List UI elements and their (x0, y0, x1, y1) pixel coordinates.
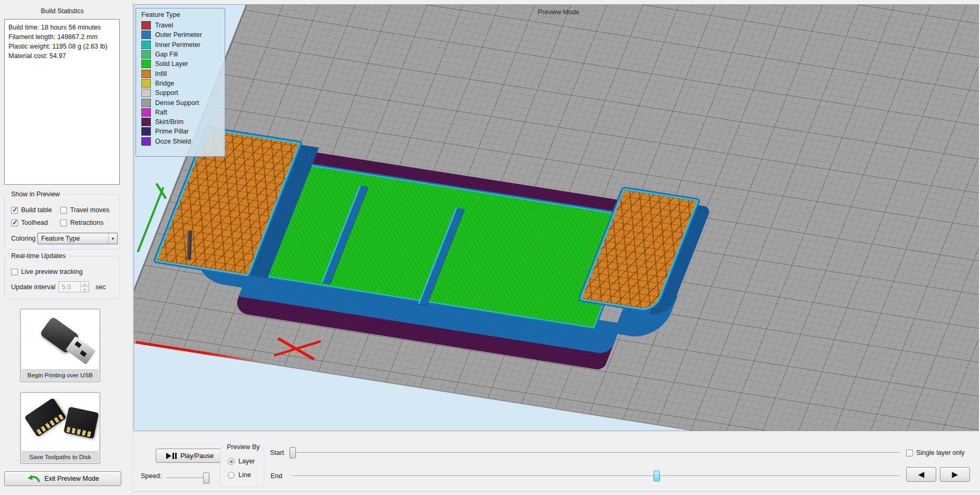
exit-button-label: Exit Preview Mode (44, 475, 99, 482)
legend-color-chip (141, 21, 151, 30)
play-pause-button[interactable]: Play/Pause (156, 449, 224, 463)
legend-item: Inner Perimeter (141, 40, 225, 50)
check-icon: ✓ (12, 206, 18, 214)
feature-type-legend: Feature Type TravelOuter PerimeterInner … (136, 8, 225, 157)
legend-item: Support (141, 88, 225, 98)
build-statistics-title: Build Statistics (0, 7, 124, 15)
travel-moves-checkbox[interactable]: ✓ Travel moves (60, 206, 110, 214)
chevron-down-icon: ▼ (108, 233, 117, 244)
preview-by-layer-radio[interactable]: Layer (228, 458, 255, 465)
sd-button-caption: Save Toolpaths to Disk (22, 451, 99, 462)
legend-item: Solid Layer (141, 59, 225, 69)
preview-by-title: Preview By (225, 443, 262, 451)
legend-color-chip (141, 41, 151, 49)
save-toolpaths-button[interactable]: Save Toolpaths to Disk (20, 392, 100, 464)
sidebar-panel: Build Statistics Build time: 18 hours 56… (0, 0, 133, 495)
legend-item-label: Skirt/Brim (155, 118, 184, 126)
show-in-preview-group: Show in Preview ✓ Build table ✓ Travel m… (4, 194, 120, 250)
build-statistics-box: Build time: 18 hours 56 minutes Filament… (4, 19, 120, 185)
legend-color-chip (141, 137, 151, 146)
retractions-checkbox[interactable]: ✓ Retractions (60, 219, 103, 226)
sd-card-icon (24, 397, 66, 437)
stat-filament-length: Filament length: 149867.2 mm (8, 32, 116, 42)
toolhead-checkbox[interactable]: ✓ Toolhead (11, 219, 48, 226)
legend-color-chip (141, 50, 151, 59)
usb-connector-image (22, 310, 99, 369)
preview-mode-label: Preview Mode (514, 8, 603, 16)
preview-by-line-radio[interactable]: Line (228, 471, 251, 479)
legend-item-label: Bridge (155, 80, 174, 87)
legend-item-label: Infill (155, 70, 167, 78)
sd-cards-image (22, 394, 99, 451)
play-pause-icon (166, 453, 177, 459)
stat-plastic-weight: Plastic weight: 1195.08 g (2.63 lb) (8, 42, 116, 51)
play-pause-label: Play/Pause (180, 452, 214, 460)
radio-label: Line (238, 471, 251, 479)
legend-item: Dense Support (141, 98, 225, 107)
legend-color-chip (141, 118, 151, 126)
checkbox-box[interactable]: ✓ (60, 220, 67, 226)
legend-item-label: Raft (155, 109, 167, 116)
checkbox-label: Live preview tracking (21, 268, 83, 275)
radio-circle[interactable] (228, 472, 235, 479)
coloring-label: Coloring (11, 235, 36, 242)
update-interval-unit: sec (95, 283, 105, 291)
start-layer-slider-track[interactable] (293, 452, 899, 453)
checkbox-box[interactable]: ✓ (11, 220, 18, 226)
checkbox-box[interactable]: ✓ (11, 269, 18, 275)
legend-color-chip (141, 108, 151, 117)
speed-slider-handle[interactable] (203, 472, 209, 483)
realtime-updates-group: Real-time Updates ✓ Live preview trackin… (4, 256, 120, 299)
speed-slider-track[interactable] (166, 478, 206, 479)
check-icon: ✓ (12, 218, 18, 226)
legend-item: Raft (141, 108, 225, 117)
coloring-dropdown-value: Feature Type (41, 235, 80, 242)
radio-circle[interactable] (228, 458, 235, 465)
legend-color-chip (141, 127, 151, 136)
checkbox-box[interactable]: ✓ (906, 450, 913, 456)
checkbox-box[interactable]: ✓ (60, 207, 67, 214)
stat-material-cost: Material cost: 54.97 (8, 51, 116, 61)
legend-item-label: Dense Support (155, 99, 199, 107)
speed-label: Speed: (141, 472, 162, 480)
right-arrow-icon: ▶ (952, 470, 958, 479)
legend-color-chip (141, 99, 151, 107)
legend-item-label: Outer Perimeter (155, 31, 202, 39)
preview-3d-viewport[interactable]: Feature Type TravelOuter PerimeterInner … (133, 4, 979, 431)
start-label: Start (270, 449, 284, 456)
exit-preview-mode-button[interactable]: Exit Preview Mode (4, 471, 121, 486)
legend-item: Travel (141, 21, 225, 30)
checkbox-label: Travel moves (70, 206, 110, 214)
legend-color-chip (141, 89, 151, 97)
legend-color-chip (141, 60, 151, 68)
legend-item: Ooze Shield (141, 137, 225, 146)
app-window: Build Statistics Build time: 18 hours 56… (0, 0, 980, 495)
single-layer-only-checkbox[interactable]: ✓ Single layer only (906, 449, 965, 456)
checkbox-label: Toolhead (21, 219, 48, 226)
checkbox-label: Retractions (70, 219, 103, 226)
coloring-dropdown[interactable]: Feature Type ▼ (37, 233, 118, 244)
legend-item: Outer Perimeter (141, 30, 225, 40)
spinner-down-icon[interactable]: ▼ (81, 287, 89, 292)
start-layer-slider-handle[interactable] (290, 447, 296, 458)
legend-color-chip (141, 79, 151, 88)
checkbox-box[interactable]: ✓ (11, 207, 18, 214)
end-layer-slider-track[interactable] (293, 475, 899, 477)
legend-color-chip (141, 31, 151, 39)
begin-printing-usb-button[interactable]: Begin Printing over USB (20, 309, 100, 382)
stat-build-time: Build time: 18 hours 56 minutes (8, 23, 116, 32)
left-arrow-icon: ◀ (918, 470, 925, 479)
next-layer-button[interactable]: ▶ (940, 467, 970, 482)
spinner-up-icon[interactable]: ▲ (81, 282, 89, 287)
build-table-checkbox[interactable]: ✓ Build table (11, 206, 52, 214)
checkbox-label: Build table (21, 206, 52, 214)
previous-layer-button[interactable]: ◀ (906, 467, 936, 482)
legend-item-label: Solid Layer (155, 60, 188, 68)
spinner-arrows[interactable]: ▲▼ (80, 282, 89, 292)
end-layer-slider-handle[interactable] (654, 470, 660, 481)
legend-item-label: Prime Pillar (155, 128, 189, 135)
show-in-preview-title: Show in Preview (9, 191, 62, 198)
realtime-updates-title: Real-time Updates (9, 252, 68, 260)
update-interval-spinner[interactable]: 5.0 ▲▼ (59, 281, 89, 292)
live-preview-tracking-checkbox[interactable]: ✓ Live preview tracking (11, 268, 83, 275)
